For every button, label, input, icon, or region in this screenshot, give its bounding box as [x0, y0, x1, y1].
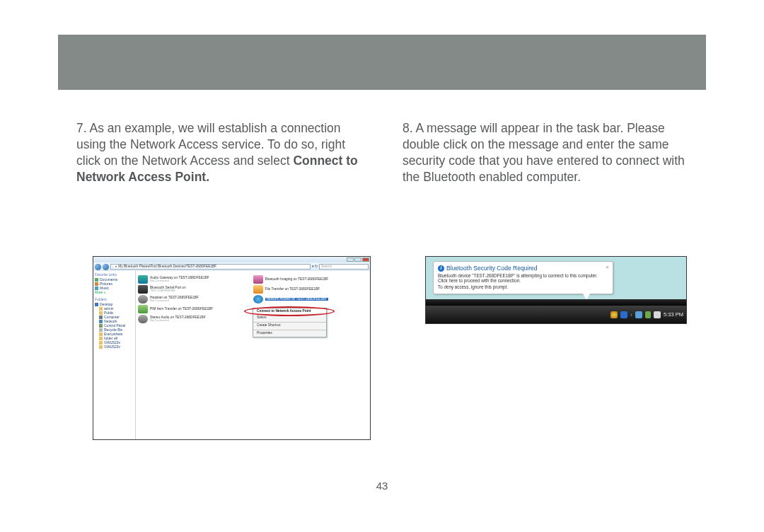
device-serial-port[interactable]: Bluetooth Serial Port onTEST-268DFEE1BF	[138, 285, 253, 294]
taskbar-topstrip	[426, 299, 686, 306]
documents-icon	[95, 278, 98, 282]
stereo-icon	[138, 315, 148, 323]
clock[interactable]: 5:33 PM	[664, 311, 683, 318]
minimize-button[interactable]	[347, 258, 354, 262]
address-bar-row: › « My Bluetooth Places\Find Bluetooth D…	[93, 262, 370, 271]
pictures-icon	[95, 282, 98, 286]
tray-expand-icon[interactable]: ‹	[630, 311, 632, 318]
context-menu: Connect to Network Access Point Status C…	[253, 308, 327, 337]
audio-gateway-icon	[138, 275, 148, 284]
folder-icon	[99, 307, 103, 311]
folder-icon	[99, 341, 103, 345]
folder-icon	[99, 332, 103, 336]
device-stereo[interactable]: Stereo Audio on TEST-268DFEE1BFNot Conne…	[138, 315, 253, 323]
device-pim[interactable]: PIM Item Transfer on TEST-268DFEE1BF	[138, 305, 253, 313]
network-tray-icon[interactable]	[635, 311, 642, 318]
ctx-status[interactable]: Status	[253, 315, 326, 321]
desktop-icon	[95, 303, 98, 306]
pim-icon	[138, 305, 148, 313]
folder-icon	[99, 311, 103, 315]
device-col-left: Audio Gateway on TEST-268DFEE1BFNot Conn…	[138, 274, 253, 325]
imaging-icon	[253, 275, 263, 284]
close-button[interactable]	[362, 258, 369, 262]
page-number: 43	[0, 480, 764, 492]
file-transfer-icon	[253, 285, 263, 294]
device-audio-gateway[interactable]: Audio Gateway on TEST-268DFEE1BFNot Conn…	[138, 275, 253, 284]
path-chevron-icon: ›	[112, 265, 114, 269]
screenshot-explorer: › « My Bluetooth Places\Find Bluetooth D…	[93, 256, 371, 440]
headset-icon	[138, 295, 148, 303]
favorites-header: Favorite Links	[95, 273, 134, 277]
explorer-body: Favorite Links Documents Pictures Music …	[93, 271, 370, 439]
balloon-line2: To deny access, ignore this prompt.	[438, 284, 608, 290]
network-icon	[99, 320, 103, 323]
balloon-close-icon[interactable]: ×	[606, 264, 609, 271]
ctx-separator	[253, 322, 326, 323]
sidebar-desktop[interactable]: Desktop	[95, 303, 134, 306]
bluetooth-tray-icon[interactable]	[620, 311, 627, 318]
computer-icon	[99, 316, 103, 319]
recycle-icon	[99, 328, 103, 332]
sidebar-more[interactable]: More »	[95, 291, 134, 294]
address-bar[interactable]: › « My Bluetooth Places\Find Bluetooth D…	[110, 264, 311, 270]
sidebar-gwu-2[interactable]: GWU523v	[99, 345, 134, 349]
screenshot-taskbar-notify: × i Bluetooth Security Code Required Blu…	[425, 256, 687, 324]
ctx-properties[interactable]: Properties	[253, 330, 326, 337]
search-placeholder: Search	[321, 265, 332, 269]
info-icon: i	[438, 265, 444, 272]
notification-balloon[interactable]: × i Bluetooth Security Code Required Blu…	[433, 261, 613, 294]
security-shield-icon[interactable]	[610, 311, 618, 318]
device-imaging[interactable]: Bluetooth Imaging on TEST-268DFEE1BF	[253, 275, 369, 284]
window-titlebar	[93, 257, 370, 262]
step-8-number: 8.	[403, 121, 413, 135]
taskbar: ‹ 5:33 PM	[426, 306, 686, 323]
device-network-access[interactable]: Network Access on TEST-268DFEE1BF	[253, 295, 369, 303]
balloon-title: Bluetooth Security Code Required	[446, 265, 538, 272]
step-7: 7. As an example, we will establish a co…	[76, 120, 369, 185]
ctx-connect-nap[interactable]: Connect to Network Access Point	[253, 308, 326, 315]
back-button[interactable]	[95, 264, 101, 270]
explorer-sidebar: Favorite Links Documents Pictures Music …	[93, 271, 136, 439]
folder-icon	[99, 345, 103, 349]
ctx-separator	[253, 330, 326, 330]
explorer-main: Audio Gateway on TEST-268DFEE1BFNot Conn…	[136, 271, 370, 439]
instruction-columns: 7. As an example, we will establish a co…	[76, 120, 695, 185]
refresh-icon[interactable]: ▾ ↻	[312, 265, 318, 269]
serial-port-icon	[138, 285, 148, 294]
balloon-line1: Bluetooth device "TEST-268DFEE1BF" is at…	[438, 273, 608, 284]
folders-header: Folders	[95, 298, 134, 301]
step-7-number: 7.	[76, 121, 87, 135]
step-8: 8. A message will appear in the task bar…	[403, 120, 695, 185]
step-8-text: A message will appear in the task bar. P…	[403, 121, 685, 184]
forward-button[interactable]	[103, 264, 109, 270]
folder-icon	[99, 337, 103, 340]
address-path: My Bluetooth Places\Find Bluetooth Devic…	[118, 265, 216, 269]
ctx-create-shortcut[interactable]: Create Shortcut	[253, 323, 326, 329]
battery-tray-icon[interactable]	[645, 311, 651, 318]
balloon-title-row: i Bluetooth Security Code Required	[438, 265, 608, 272]
control-panel-icon	[99, 324, 103, 328]
network-access-icon	[253, 295, 263, 303]
device-file-transfer[interactable]: File Transfer on TEST-268DFEE1BF	[253, 285, 369, 294]
maximize-button[interactable]	[354, 258, 361, 262]
header-bar	[58, 35, 706, 90]
device-headset[interactable]: Headset on TEST-268DFEE1BFNot Connected	[138, 295, 253, 303]
volume-tray-icon[interactable]	[654, 311, 661, 318]
search-input[interactable]: Search	[319, 264, 369, 270]
